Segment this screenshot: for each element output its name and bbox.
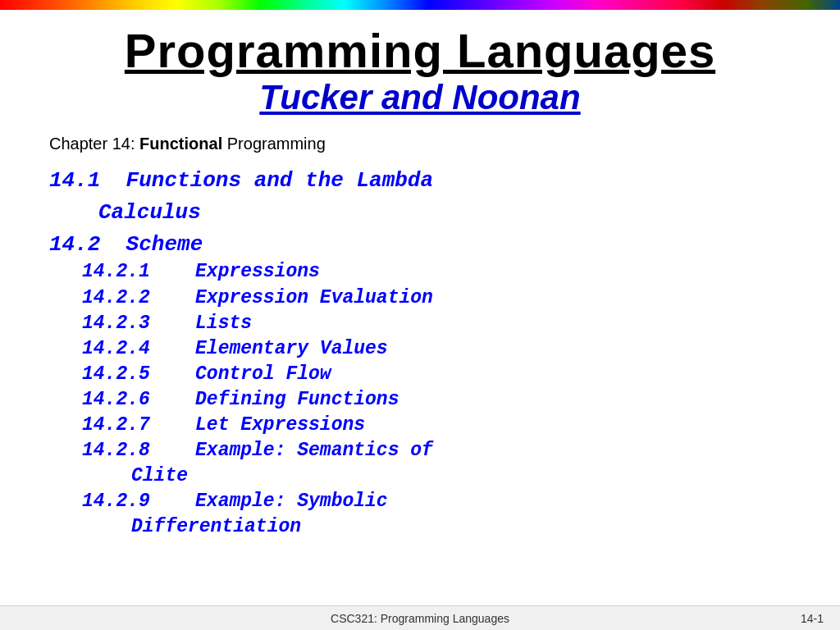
toc-item-14-2-4: 14.2.4 Elementary Values (49, 336, 791, 362)
toc-item-14-2-9-cont: Differentiation (49, 514, 791, 540)
main-title: Programming Languages (16, 25, 824, 77)
footer-center: CSC321: Programming Languages (331, 612, 509, 625)
toc-section: 14.1 Functions and the Lambda Calculus 1… (0, 157, 840, 540)
chapter-line: Chapter 14: Functional Programming (0, 126, 840, 157)
toc-item-14-2-3: 14.2.3 Lists (49, 311, 791, 336)
toc-item-14-2-2: 14.2.2 Expression Evaluation (49, 285, 791, 311)
chapter-bold: Functional (139, 135, 222, 153)
toc-item-14-1-cont: Calculus (49, 199, 791, 227)
toc-item-14-2: 14.2 Scheme (49, 231, 791, 259)
toc-item-14-2-7: 14.2.7 Let Expressions (49, 413, 791, 438)
title-section: Programming Languages Tucker and Noonan (0, 10, 840, 126)
toc-item-14-1: 14.1 Functions and the Lambda (49, 167, 791, 195)
subtitle: Tucker and Noonan (16, 77, 824, 118)
chapter-prefix: Chapter 14 (49, 135, 130, 153)
toc-item-14-2-1: 14.2.1 Expressions (49, 259, 791, 285)
toc-item-14-2-6: 14.2.6 Defining Functions (49, 387, 791, 413)
toc-item-14-2-8: 14.2.8 Example: Semantics of (49, 438, 791, 463)
chapter-suffix: Programming (222, 135, 326, 153)
footer: CSC321: Programming Languages 14-1 (0, 605, 840, 630)
toc-item-14-2-9: 14.2.9 Example: Symbolic (49, 489, 791, 514)
toc-item-14-2-8-cont: Clite (49, 463, 791, 489)
toc-item-14-2-5: 14.2.5 Control Flow (49, 362, 791, 387)
rainbow-bar (0, 0, 840, 10)
footer-page: 14-1 (801, 612, 824, 625)
